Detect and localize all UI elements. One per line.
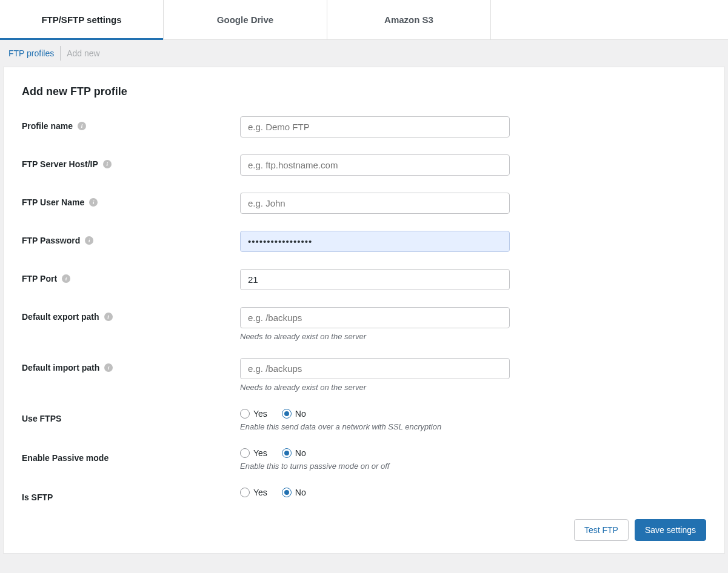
user-input[interactable] (240, 193, 510, 214)
tab-ftp-sftp[interactable]: FTP/SFTP settings (0, 0, 164, 39)
info-icon[interactable]: i (104, 363, 113, 372)
radio-icon (282, 409, 292, 419)
passive-yes[interactable]: Yes (240, 448, 267, 458)
tabs-primary: FTP/SFTP settings Google Drive Amazon S3 (0, 0, 728, 40)
info-icon[interactable]: i (78, 122, 86, 130)
row-is-sftp: Is SFTP Yes No (22, 488, 706, 502)
radio-icon (240, 448, 250, 458)
sftp-yes[interactable]: Yes (240, 488, 267, 497)
host-input[interactable] (240, 154, 510, 176)
label-user: FTP User Name (22, 197, 84, 207)
export-path-help: Needs to already exist on the server (240, 332, 510, 341)
radio-label: Yes (253, 488, 267, 497)
radio-icon (240, 488, 250, 497)
radio-label: No (295, 448, 306, 458)
ftps-no[interactable]: No (282, 409, 306, 419)
radio-label: No (295, 409, 306, 419)
subtab-ftp-profiles[interactable]: FTP profiles (2, 46, 61, 61)
tabs-secondary: FTP profiles Add new (0, 40, 728, 67)
row-profile-name: Profile name i (22, 116, 706, 137)
import-path-input[interactable] (240, 358, 510, 379)
row-export-path: Default export path i Needs to already e… (22, 307, 706, 341)
row-passive: Enable Passive mode Yes No Enable this t… (22, 448, 706, 471)
info-icon[interactable]: i (104, 313, 113, 321)
info-icon[interactable]: i (103, 160, 112, 168)
radio-icon (282, 448, 292, 458)
profile-name-input[interactable] (240, 116, 510, 137)
radio-label: Yes (253, 448, 267, 458)
label-profile-name: Profile name (22, 121, 73, 131)
row-use-ftps: Use FTPS Yes No Enable this send data ov… (22, 409, 706, 431)
label-import-path: Default import path (22, 363, 99, 373)
row-host: FTP Server Host/IP i (22, 154, 706, 176)
info-icon[interactable]: i (62, 274, 70, 283)
password-input[interactable] (240, 231, 510, 252)
label-host: FTP Server Host/IP (22, 159, 98, 169)
label-password: FTP Password (22, 236, 80, 245)
sftp-no[interactable]: No (282, 488, 306, 497)
row-import-path: Default import path i Needs to already e… (22, 358, 706, 392)
label-use-ftps: Use FTPS (22, 414, 61, 423)
panel-title: Add new FTP profile (22, 85, 706, 98)
row-user: FTP User Name i (22, 193, 706, 214)
label-is-sftp: Is SFTP (22, 492, 53, 502)
footer-buttons: Test FTP Save settings (22, 519, 706, 541)
tab-google-drive[interactable]: Google Drive (164, 0, 327, 39)
export-path-input[interactable] (240, 307, 510, 328)
ftp-profile-panel: Add new FTP profile Profile name i FTP S… (3, 67, 725, 554)
info-icon[interactable]: i (85, 236, 93, 245)
test-ftp-button[interactable]: Test FTP (574, 519, 629, 541)
save-settings-button[interactable]: Save settings (635, 519, 706, 541)
ftps-help: Enable this send data over a network wit… (240, 422, 510, 431)
label-port: FTP Port (22, 274, 57, 283)
radio-label: No (295, 488, 306, 497)
info-icon[interactable]: i (89, 198, 98, 207)
label-passive: Enable Passive mode (22, 453, 109, 463)
tab-amazon-s3[interactable]: Amazon S3 (327, 0, 491, 39)
radio-icon (282, 488, 292, 497)
passive-no[interactable]: No (282, 448, 306, 458)
radio-label: Yes (253, 409, 267, 419)
radio-icon (240, 409, 250, 419)
ftps-yes[interactable]: Yes (240, 409, 267, 419)
import-path-help: Needs to already exist on the server (240, 383, 510, 392)
row-port: FTP Port i (22, 269, 706, 290)
label-export-path: Default export path (22, 312, 99, 322)
port-input[interactable] (240, 269, 510, 290)
subtab-add-new: Add new (61, 46, 105, 61)
row-password: FTP Password i (22, 231, 706, 252)
passive-help: Enable this to turns passive mode on or … (240, 462, 510, 471)
